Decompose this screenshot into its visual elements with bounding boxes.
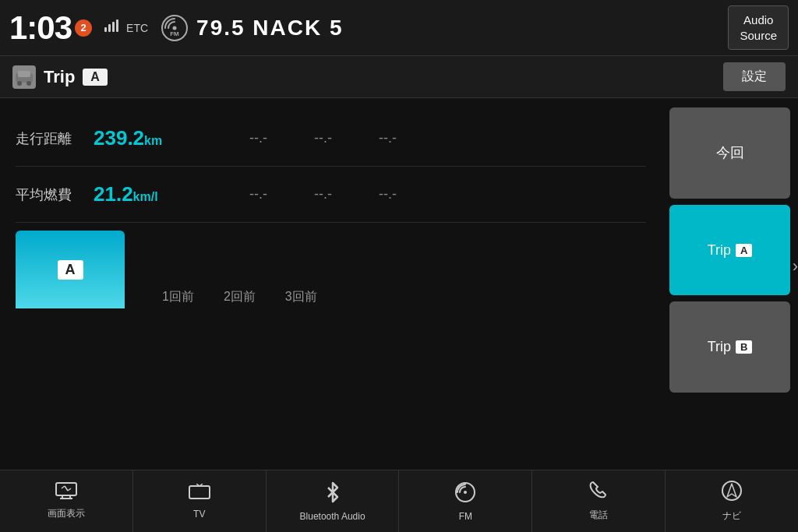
wifi-icon xyxy=(104,19,122,36)
etc-label: ETC xyxy=(126,22,148,34)
clock-display: 1:03 xyxy=(9,9,72,47)
screen-nav-item[interactable]: 画面表示 xyxy=(0,470,133,532)
bottom-navigation: 画面表示 TV Bluetooth Audio xyxy=(0,470,798,532)
svg-point-5 xyxy=(173,26,177,30)
col-2-label: 2回前 xyxy=(224,289,256,305)
notification-badge: 2 xyxy=(75,19,92,37)
etc-indicator: ETC xyxy=(104,19,148,36)
audio-source-button[interactable]: Audio Source xyxy=(728,5,789,50)
fuel-label: 平均燃費 xyxy=(16,185,94,204)
screen-icon xyxy=(55,482,77,504)
trip-a-badge: A xyxy=(83,69,108,86)
distance-prev-2: --.- xyxy=(314,130,332,146)
col-3-label: 3回前 xyxy=(285,289,317,305)
bluetooth-nav-item[interactable]: Bluetooth Audio xyxy=(267,470,400,532)
radio-station: 79.5 NACK 5 xyxy=(196,16,728,41)
svg-rect-3 xyxy=(116,19,118,32)
trip-a-badge-panel: A xyxy=(736,244,752,257)
column-labels: A 1回前 2回前 3回前 xyxy=(16,231,646,315)
svg-rect-18 xyxy=(189,486,210,499)
trip-b-badge-panel: B xyxy=(736,340,752,354)
svg-line-16 xyxy=(65,486,68,491)
col-1-label: 1回前 xyxy=(162,289,194,305)
header-bar: 1:03 2 ETC FM 79.5 NACK 5 Audio Source xyxy=(0,0,798,56)
main-content: 走行距離 239.2km --.- --.- --.- 平均燃費 21.2km/… xyxy=(0,98,798,402)
svg-line-17 xyxy=(68,488,71,491)
konkai-button[interactable]: 今回 xyxy=(669,107,790,199)
navi-nav-item[interactable]: ナビ xyxy=(666,470,798,532)
fm-icon-container: FM xyxy=(161,14,189,42)
trip-header: Trip A 設定 xyxy=(0,56,798,98)
fuel-prev-1: --.- xyxy=(249,186,267,203)
navi-label: ナビ xyxy=(722,509,741,523)
distance-prev-values: --.- --.- --.- xyxy=(249,130,397,146)
svg-point-9 xyxy=(17,81,22,86)
svg-marker-24 xyxy=(727,484,736,497)
fuel-row: 平均燃費 21.2km/l --.- --.- --.- xyxy=(16,167,646,223)
phone-label: 電話 xyxy=(589,509,608,522)
fm-label: FM xyxy=(459,511,472,522)
distance-row: 走行距離 239.2km --.- --.- --.- xyxy=(16,111,646,167)
trip-a-button[interactable]: Trip A xyxy=(669,205,790,296)
distance-label: 走行距離 xyxy=(16,129,94,148)
phone-nav-item[interactable]: 電話 xyxy=(532,470,666,532)
distance-prev-1: --.- xyxy=(249,130,267,146)
bluetooth-label: Bluetooth Audio xyxy=(300,511,365,522)
tv-icon xyxy=(189,484,210,506)
fm-nav-icon xyxy=(454,481,476,508)
navi-icon xyxy=(721,480,743,506)
trip-b-button[interactable]: Trip B xyxy=(669,301,790,393)
trip-data-area: 走行距離 239.2km --.- --.- --.- 平均燃費 21.2km/… xyxy=(0,98,662,402)
car-icon xyxy=(12,65,36,89)
screen-label: 画面表示 xyxy=(48,507,85,520)
svg-point-10 xyxy=(26,81,31,86)
svg-rect-8 xyxy=(18,71,30,77)
current-col-label: A xyxy=(58,260,83,280)
fuel-value: 21.2km/l xyxy=(94,182,234,206)
distance-value: 239.2km xyxy=(94,126,234,150)
trip-title: Trip xyxy=(44,67,75,87)
bluetooth-icon xyxy=(325,481,341,508)
tv-label: TV xyxy=(193,509,205,520)
trip-selector-panel: 今回 Trip A Trip B xyxy=(662,98,798,402)
scroll-right-arrow[interactable]: › xyxy=(793,256,798,277)
svg-rect-2 xyxy=(112,22,115,32)
svg-point-22 xyxy=(464,491,467,494)
fm-radio-icon: FM xyxy=(161,14,189,42)
svg-text:FM: FM xyxy=(170,30,179,37)
fuel-prev-values: --.- --.- --.- xyxy=(249,186,397,203)
tv-nav-item[interactable]: TV xyxy=(133,470,267,532)
distance-prev-3: --.- xyxy=(379,130,397,146)
svg-rect-1 xyxy=(108,24,111,32)
settings-button[interactable]: 設定 xyxy=(723,62,786,91)
phone-icon xyxy=(588,481,609,506)
current-col-indicator: A xyxy=(16,231,125,308)
fuel-prev-3: --.- xyxy=(379,186,397,203)
fm-nav-item[interactable]: FM xyxy=(399,470,532,532)
svg-rect-0 xyxy=(104,27,107,32)
fuel-prev-2: --.- xyxy=(314,186,332,203)
prev-col-labels: 1回前 2回前 3回前 xyxy=(162,289,317,308)
